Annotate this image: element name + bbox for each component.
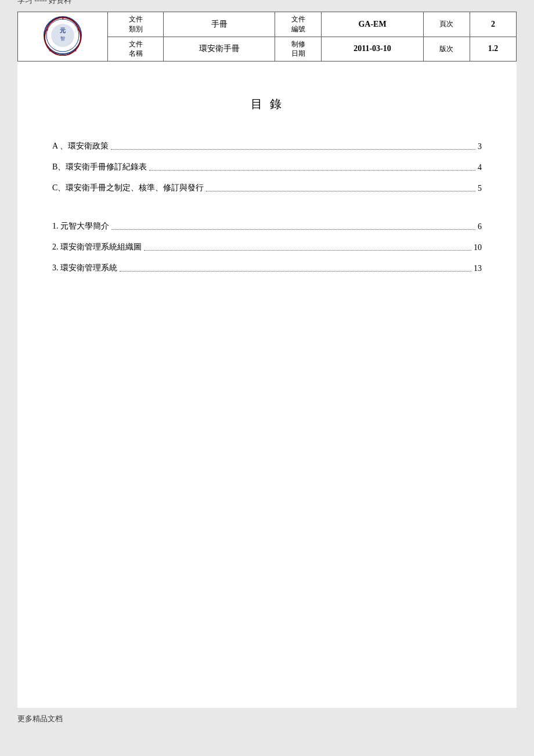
toc-dots-2 — [149, 170, 475, 171]
toc-dots-6 — [120, 271, 471, 272]
toc-item-3: C、環安衛手冊之制定、核準、修訂與發行 5 — [52, 183, 482, 193]
svg-text:★: ★ — [74, 49, 77, 52]
toc-item-2: B、環安衛手冊修訂紀錄表 4 — [52, 162, 482, 172]
toc-item-4: 1. 元智大學簡介 6 — [52, 221, 482, 231]
doc-code-value: GA-EM — [322, 12, 424, 37]
doc-name-label: 文件名稱 — [108, 37, 164, 62]
doc-name-value: 環安衛手冊 — [164, 37, 275, 62]
svg-text:智: 智 — [60, 36, 65, 41]
bottom-label: 更多精品文档 — [17, 714, 63, 724]
toc-page-6: 13 — [474, 264, 482, 273]
toc-label-5: 2. 環安衛管理系統組織圖 — [52, 242, 142, 252]
toc-label-2: B、環安衛手冊修訂紀錄表 — [52, 162, 147, 172]
toc-title: 目 錄 — [52, 96, 482, 112]
toc-dots-4 — [111, 229, 475, 230]
toc-page-3: 5 — [478, 184, 482, 193]
toc-page-1: 3 — [478, 142, 482, 151]
toc-label-1: A 、環安衛政策 — [52, 141, 109, 151]
toc-item-6: 3. 環安衛管理系統 13 — [52, 263, 482, 273]
svg-text:★: ★ — [46, 28, 49, 31]
toc-dots-5 — [144, 250, 471, 251]
toc-page-2: 4 — [478, 163, 482, 172]
toc-label-3: C、環安衛手冊之制定、核準、修訂與發行 — [52, 183, 204, 193]
toc-section: A 、環安衛政策 3 B、環安衛手冊修訂紀錄表 4 C、環安衛手冊之制定、核準、… — [52, 141, 482, 273]
page-value: 2 — [470, 12, 516, 37]
version-label: 版次 — [424, 37, 470, 62]
version-value: 1.2 — [470, 37, 516, 62]
university-logo: 元 智 ★ ★ ★ ★ ★ — [39, 15, 86, 56]
svg-text:元: 元 — [59, 27, 66, 34]
top-label: 学习 ----- 好资料 — [17, 0, 71, 6]
header-table: 元 智 ★ ★ ★ ★ ★ — [17, 12, 517, 62]
toc-label-6: 3. 環安衛管理系統 — [52, 263, 117, 273]
date-value: 2011-03-10 — [322, 37, 424, 62]
toc-item-5: 2. 環安衛管理系統組織圖 10 — [52, 242, 482, 252]
doc-type-value: 手冊 — [164, 12, 275, 37]
document-content: 目 錄 A 、環安衛政策 3 B、環安衛手冊修訂紀錄表 4 C、環安衛手冊之制定… — [17, 62, 517, 307]
toc-dots-1 — [111, 149, 475, 150]
date-label: 制修日期 — [275, 37, 322, 62]
toc-spacer — [52, 204, 482, 221]
doc-type-label: 文件類別 — [108, 12, 164, 37]
toc-page-4: 6 — [478, 222, 482, 231]
toc-item-1: A 、環安衛政策 3 — [52, 141, 482, 151]
doc-code-label: 文件編號 — [275, 12, 322, 37]
toc-dots-3 — [206, 191, 475, 191]
toc-label-4: 1. 元智大學簡介 — [52, 221, 109, 231]
toc-page-5: 10 — [474, 243, 482, 252]
page-label: 頁次 — [424, 12, 470, 37]
